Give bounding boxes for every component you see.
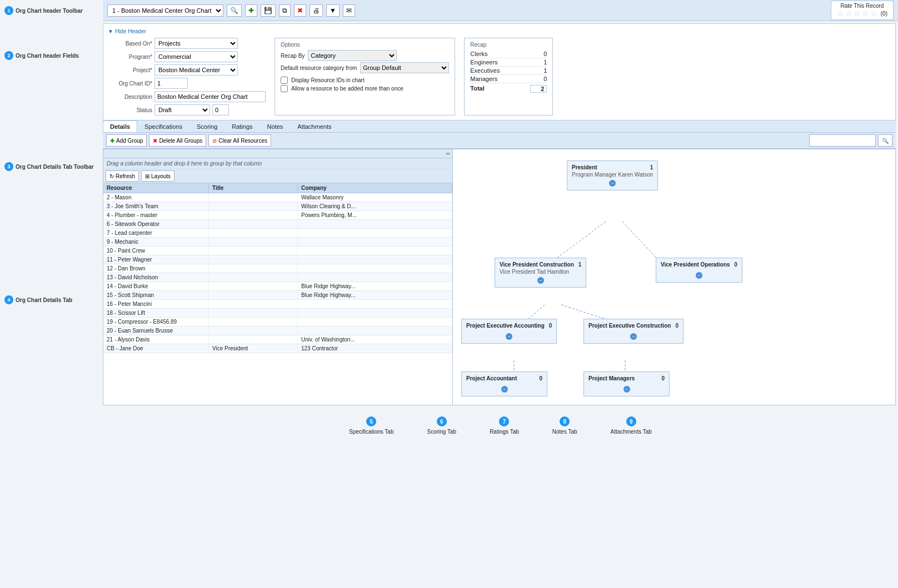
- email-btn[interactable]: ✉: [343, 4, 355, 17]
- grid-panel: ⇔ Drag a column header and drop it here …: [103, 149, 453, 405]
- cell-title: [209, 193, 298, 202]
- details-toolbar: ✚ Add Group ✖ Delete All Groups ⊘ Clear …: [103, 133, 896, 149]
- tab-details[interactable]: Details: [103, 120, 137, 132]
- delete-btn[interactable]: ✖: [294, 4, 306, 17]
- cell-company: [298, 255, 452, 264]
- display-ids-label: Display Resource IDs in chart: [291, 77, 365, 83]
- bot-ann-7: 7 Ratings Tab: [490, 416, 519, 435]
- org-node-president[interactable]: President 1 Program Manager Karen Watson…: [567, 160, 658, 190]
- table-row[interactable]: 9 - Mechanic: [103, 238, 452, 247]
- cell-title: [209, 273, 298, 282]
- table-row[interactable]: 12 - Dan Brown: [103, 264, 452, 273]
- tab-notes[interactable]: Notes: [260, 120, 291, 132]
- layouts-btn[interactable]: ⊞ Layouts: [141, 170, 174, 182]
- program-select[interactable]: Commercial: [154, 51, 238, 62]
- svg-line-0: [550, 222, 606, 263]
- org-node-proj-exec-const[interactable]: Project Executive Construction 0 −: [583, 319, 684, 344]
- project-label: Project*: [108, 67, 152, 73]
- based-on-select[interactable]: Projects: [154, 38, 238, 49]
- allow-multiple-label: Allow a resource to be added more than o…: [291, 86, 403, 92]
- table-row[interactable]: 7 - Lead carpenter: [103, 229, 452, 238]
- print-btn[interactable]: 🖨: [310, 4, 323, 17]
- proj-exec-acct-title: Project Executive Accounting 0: [466, 323, 552, 329]
- table-row[interactable]: 3 - Joe Smith's TeamWilson Clearing & D.…: [103, 202, 452, 211]
- col-header-title: Title: [209, 183, 298, 193]
- proj-exec-const-title: Project Executive Construction 0: [588, 323, 679, 329]
- table-row[interactable]: 21 - Alyson DavisUniv. of Washington...: [103, 335, 452, 344]
- recap-row: Clerks0: [470, 50, 547, 58]
- vp-construction-sub: Vice President Tad Hamilton: [500, 269, 581, 275]
- table-row[interactable]: 14 - David BurkeBlue Ridge Highway...: [103, 282, 452, 291]
- search-input[interactable]: [809, 134, 876, 147]
- table-row[interactable]: 19 - Compressor - E8456.89: [103, 318, 452, 326]
- bot-label-6: Scoring Tab: [427, 429, 456, 435]
- recap-item-label: Engineers: [470, 59, 498, 66]
- recap-row: Managers0: [470, 75, 547, 83]
- zoom-btn[interactable]: 🔍: [227, 4, 242, 17]
- add-icon: ✚: [248, 7, 254, 14]
- tab-specifications[interactable]: Specifications: [137, 120, 189, 132]
- table-row[interactable]: 15 - Scott ShipmanBlue Ridge Highway...: [103, 291, 452, 300]
- table-row[interactable]: 10 - Paint Crew: [103, 247, 452, 255]
- recap-row: Engineers1: [470, 58, 547, 67]
- status-select[interactable]: Draft: [154, 104, 210, 115]
- default-resource-select[interactable]: Group Default: [360, 62, 449, 73]
- record-selector[interactable]: 1 - Boston Medical Center Org Chart: [107, 4, 223, 17]
- save-btn[interactable]: 💾: [261, 4, 276, 17]
- grid-columns: Resource Title Company: [103, 183, 452, 193]
- orgchart-id-input[interactable]: [154, 78, 188, 89]
- search-btn[interactable]: 🔍: [878, 134, 892, 147]
- recap-item-value: 1: [543, 59, 547, 66]
- tab-ratings[interactable]: Ratings: [225, 120, 260, 132]
- add-btn[interactable]: ✚: [245, 4, 257, 17]
- tab-scoring[interactable]: Scoring: [189, 120, 225, 132]
- president-count: 1: [650, 164, 653, 170]
- cell-resource: 18 - Scissor Lift: [103, 309, 209, 317]
- status-num-input[interactable]: [212, 104, 229, 115]
- star-icons[interactable]: ☆☆☆☆☆: [837, 9, 879, 18]
- bot-ann-9: 9 Attachments Tab: [611, 416, 652, 435]
- project-select[interactable]: Boston Medical Center: [154, 64, 238, 76]
- table-row[interactable]: 18 - Scissor Lift: [103, 309, 452, 318]
- org-node-proj-managers[interactable]: Project Managers 0 −: [583, 371, 670, 396]
- bot-label-5: Specifications Tab: [349, 429, 393, 435]
- cell-resource: 11 - Peter Wagner: [103, 255, 209, 264]
- table-row[interactable]: 4 - Plumber - masterPowers Plumbing, M..…: [103, 211, 452, 220]
- allow-multiple-checkbox[interactable]: [281, 85, 288, 92]
- tab-attachments[interactable]: Attachments: [290, 120, 338, 132]
- org-node-vp-construction[interactable]: Vice President Construction 1 Vice Presi…: [495, 258, 586, 288]
- delete-all-label: Delete All Groups: [159, 138, 202, 144]
- copy-btn[interactable]: ⧉: [279, 4, 291, 17]
- table-row[interactable]: 16 - Peter Mancini: [103, 300, 452, 309]
- cell-title: [209, 309, 298, 317]
- annotation-bubble-3: 3: [4, 162, 13, 171]
- cell-company: [298, 326, 452, 335]
- table-row[interactable]: 2 - MasonWallace Masonry: [103, 193, 452, 202]
- org-node-proj-exec-acct[interactable]: Project Executive Accounting 0 −: [461, 319, 557, 344]
- cell-resource: 2 - Mason: [103, 193, 209, 202]
- hide-header-label: Hide Header: [115, 28, 146, 34]
- table-row[interactable]: 11 - Peter Wagner: [103, 255, 452, 264]
- add-group-btn[interactable]: ✚ Add Group: [106, 134, 147, 147]
- table-row[interactable]: CB - Jane DoeVice President123 Contracto…: [103, 344, 452, 353]
- bottom-annotations: 5 Specifications Tab 6 Scoring Tab 7 Rat…: [103, 405, 898, 440]
- refresh-btn[interactable]: ↻ Refresh: [106, 170, 139, 182]
- cell-title: [209, 282, 298, 290]
- hide-header-toggle[interactable]: ▼ Hide Header: [108, 28, 891, 34]
- display-ids-checkbox[interactable]: [281, 77, 288, 84]
- table-row[interactable]: 20 - Euan Samuels Brusse: [103, 326, 452, 335]
- cell-company: Powers Plumbing, M...: [298, 211, 452, 219]
- delete-all-btn[interactable]: ✖ Delete All Groups: [149, 134, 206, 147]
- cell-company: [298, 318, 452, 326]
- recap-by-select[interactable]: Category: [308, 50, 397, 61]
- orgchart-id-label: Org Chart ID*: [108, 81, 152, 87]
- org-node-proj-accountant[interactable]: Project Accountant 0 −: [461, 371, 547, 396]
- table-row[interactable]: 6 - Sitework Operator: [103, 220, 452, 229]
- org-node-vp-operations[interactable]: Vice President Operations 0 −: [656, 258, 742, 283]
- recap-total-value: 2: [530, 85, 547, 93]
- cell-company: Univ. of Washington...: [298, 335, 452, 344]
- description-input[interactable]: [154, 91, 266, 102]
- print-dropdown-btn[interactable]: ▼: [326, 4, 340, 17]
- table-row[interactable]: 13 - David Nicholson: [103, 273, 452, 282]
- clear-resources-btn[interactable]: ⊘ Clear All Resources: [208, 134, 271, 147]
